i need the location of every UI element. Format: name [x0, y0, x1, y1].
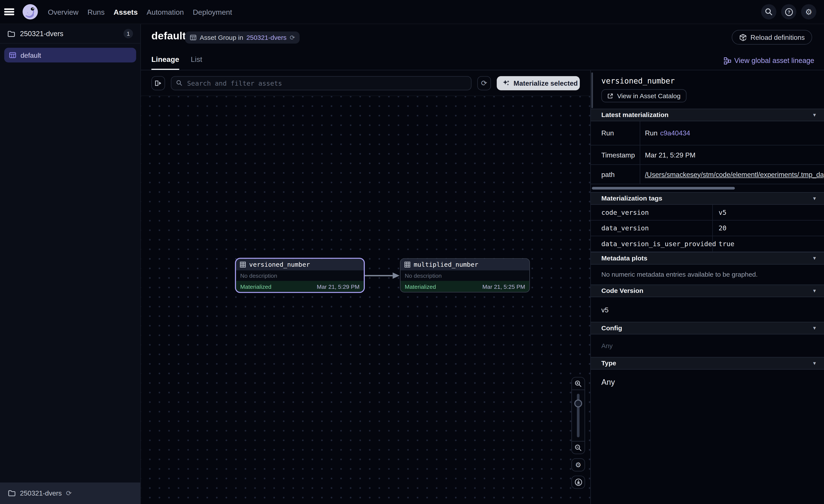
dagster-logo[interactable] [22, 4, 38, 20]
refresh-icon[interactable]: ⟳ [66, 490, 72, 497]
sidebar-group-name: 250321-dvers [20, 30, 63, 37]
tab-lineage[interactable]: Lineage [151, 55, 179, 70]
sidebar-group-row[interactable]: 250321-dvers 1 [0, 24, 140, 44]
view-global-asset-lineage-link[interactable]: View global asset lineage [724, 57, 814, 65]
settings-button[interactable]: ⚙ [801, 4, 816, 19]
path-link[interactable]: /Users/smackesey/stm/code/elementl/exper… [645, 170, 824, 178]
hamburger-menu-button[interactable] [0, 0, 18, 24]
lineage-graph-canvas[interactable]: versioned_number No description Material… [141, 96, 590, 504]
lineage-graph-icon [724, 57, 731, 64]
page-header: default Asset Group in 250321-dvers ⟳ Re… [141, 24, 824, 71]
view-in-asset-catalog-button[interactable]: View in Asset Catalog [601, 89, 687, 103]
section-code-version[interactable]: Code Version ▼ [591, 284, 824, 297]
refresh-icon[interactable]: ⟳ [290, 34, 295, 41]
tab-list[interactable]: List [191, 55, 202, 70]
chevron-down-icon: ▼ [812, 196, 817, 201]
nav-deployment[interactable]: Deployment [193, 8, 232, 16]
tag-key: code_version [591, 205, 713, 220]
tag-key: data_version_is_user_provided [591, 236, 713, 251]
graph-settings-button[interactable]: ⚙ [571, 458, 585, 472]
external-link-icon [607, 93, 613, 99]
reload-definitions-label: Reload definitions [750, 33, 805, 41]
chevron-down-icon: ▼ [812, 256, 817, 261]
path-row-value: /Users/smackesey/stm/code/elementl/exper… [640, 165, 824, 183]
chevron-down-icon: ▼ [812, 288, 817, 293]
refresh-graph-button[interactable]: ⟳ [478, 76, 491, 90]
chevron-down-icon: ▼ [812, 112, 817, 117]
row-timestamp: Timestamp Mar 21, 5:29 PM [591, 145, 824, 165]
hamburger-icon [4, 7, 14, 17]
type-value: Any [591, 370, 824, 394]
asset-group-badge[interactable]: Asset Group in 250321-dvers ⟳ [185, 31, 300, 44]
nav-runs[interactable]: Runs [88, 8, 105, 16]
section-metadata-plots[interactable]: Metadata plots ▼ [591, 252, 824, 265]
section-type[interactable]: Type ▼ [591, 357, 824, 369]
asset-search-box [171, 76, 472, 90]
section-latest-materialization[interactable]: Latest materialization ▼ [591, 109, 824, 121]
lineage-edge-arrow [364, 270, 401, 281]
table-icon [404, 261, 410, 268]
section-label: Latest materialization [601, 111, 668, 119]
zoom-in-icon [575, 380, 582, 387]
view-tabs: Lineage List [151, 55, 202, 70]
asset-node-description: No description [236, 270, 364, 281]
timestamp-row-label: Timestamp [591, 145, 640, 164]
sidebar-item-label: default [21, 51, 41, 59]
collapse-panel-button[interactable] [151, 76, 165, 90]
asset-node-status-row: Materialized Mar 21, 5:29 PM [236, 281, 364, 292]
tag-row: data_version_is_user_provided true [591, 236, 824, 252]
materialized-timestamp: Mar 21, 5:25 PM [482, 283, 525, 289]
materialize-selected-button[interactable]: Materialize selected ▼ [497, 76, 580, 90]
folder-icon [8, 490, 16, 497]
download-graph-button[interactable] [571, 476, 585, 489]
zoom-slider[interactable] [572, 390, 585, 441]
app-root: Overview Runs Assets Automation Deployme… [0, 0, 824, 504]
graph-zoom-controls: ⚙ [571, 377, 585, 489]
badge-group-link[interactable]: 250321-dvers [246, 34, 287, 41]
asset-node-status-row: Materialized Mar 21, 5:25 PM [401, 281, 529, 292]
search-icon [176, 80, 182, 86]
tag-key: data_version [591, 221, 713, 236]
asset-node-multiplied-number[interactable]: multiplied_number No description Materia… [400, 258, 530, 292]
row-path: path /Users/smackesey/stm/code/elementl/… [591, 165, 824, 184]
badge-prefix: Asset Group in [200, 34, 243, 41]
search-button[interactable] [761, 4, 777, 19]
nav-automation[interactable]: Automation [146, 8, 184, 16]
sparkles-icon [503, 79, 510, 87]
zoom-in-button[interactable] [572, 377, 585, 390]
asset-group-icon [9, 51, 16, 59]
horizontal-scrollbar-thumb[interactable] [592, 187, 735, 190]
reload-definitions-icon [739, 33, 747, 41]
materialize-selected-label: Materialize selected [514, 79, 578, 87]
materialized-timestamp: Mar 21, 5:29 PM [317, 283, 359, 289]
nav-assets[interactable]: Assets [114, 8, 138, 16]
zoom-slider-thumb[interactable] [575, 399, 582, 407]
reload-definitions-button[interactable]: Reload definitions [732, 30, 812, 44]
section-materialization-tags[interactable]: Materialization tags ▼ [591, 192, 824, 205]
asset-node-versioned-number[interactable]: versioned_number No description Material… [235, 258, 365, 293]
panel-scrollbar-thumb[interactable] [591, 73, 593, 108]
run-row-label: Run [591, 121, 640, 145]
view-global-asset-lineage-label: View global asset lineage [734, 57, 814, 65]
nav-overview[interactable]: Overview [48, 8, 79, 16]
run-id-link[interactable]: c9a40434 [660, 129, 690, 137]
zoom-out-button[interactable] [572, 441, 585, 454]
asset-node-name: multiplied_number [414, 261, 478, 268]
sidebar-item-default[interactable]: default [4, 48, 136, 62]
search-input[interactable] [186, 79, 466, 87]
chevron-down-icon: ▼ [812, 361, 817, 366]
section-config[interactable]: Config ▼ [591, 322, 824, 335]
asset-detail-panel: versioned_number View in Asset Catalog L… [590, 70, 824, 504]
page-title: default [151, 30, 186, 42]
table-icon [240, 261, 246, 268]
materialize-main[interactable]: Materialize selected [497, 79, 580, 87]
section-label: Type [601, 360, 616, 367]
code-version-value: v5 [591, 297, 824, 322]
run-prefix: Run [645, 129, 657, 137]
materialized-status: Materialized [405, 283, 436, 289]
primary-nav: Overview Runs Assets Automation Deployme… [48, 8, 232, 16]
tag-value: v5 [713, 205, 824, 220]
run-row-value: Run c9a40434 [640, 121, 824, 145]
zoom-out-icon [575, 444, 582, 451]
help-button[interactable]: ? [781, 4, 796, 19]
